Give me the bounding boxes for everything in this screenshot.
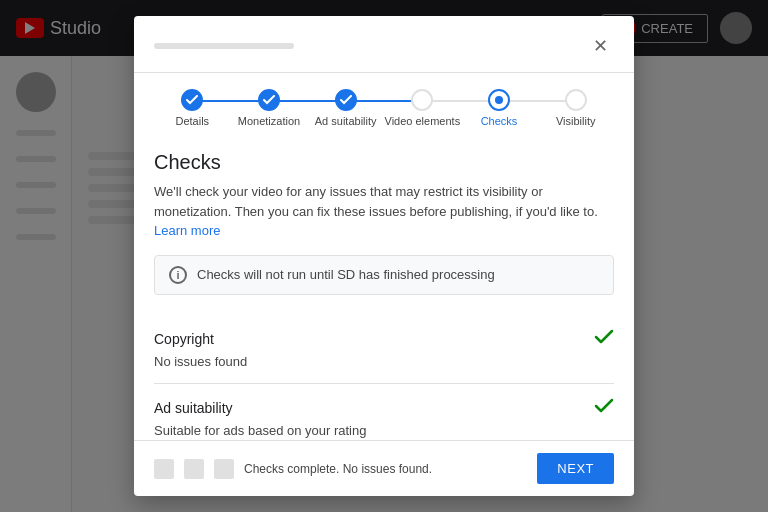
steps-bar: Details Monetization Ad suitability Vide…	[134, 73, 634, 135]
section-title: Checks	[154, 151, 614, 174]
footer-icon-2	[184, 459, 204, 479]
footer-left: Checks complete. No issues found.	[154, 459, 432, 479]
close-button[interactable]: ✕	[586, 32, 614, 60]
step-ad-suitability: Ad suitability	[307, 89, 384, 127]
step-visibility: Visibility	[537, 89, 614, 127]
step-label-details: Details	[176, 115, 210, 127]
upload-modal: ✕ Details Monetization	[134, 16, 634, 496]
info-box: i Checks will not run until SD has finis…	[154, 255, 614, 295]
step-circle-details	[181, 89, 203, 111]
modal-title-bar	[154, 43, 294, 49]
check-item-ad-header: Ad suitability	[154, 398, 614, 419]
modal-header: ✕	[134, 16, 634, 73]
next-button[interactable]: NEXT	[537, 453, 614, 484]
step-details: Details	[154, 89, 231, 127]
footer-icon-3	[214, 459, 234, 479]
modal-body: Checks We'll check your video for any is…	[134, 135, 634, 440]
step-label-ad-suitability: Ad suitability	[315, 115, 377, 127]
step-circle-monetization	[258, 89, 280, 111]
step-circle-video-elements	[411, 89, 433, 111]
section-description: We'll check your video for any issues th…	[154, 182, 614, 241]
step-circle-visibility	[565, 89, 587, 111]
check-mark-copyright	[594, 329, 614, 350]
modal-footer: Checks complete. No issues found. NEXT	[134, 440, 634, 496]
step-label-monetization: Monetization	[238, 115, 300, 127]
check-status-copyright: No issues found	[154, 354, 614, 369]
check-item-copyright-header: Copyright	[154, 329, 614, 350]
step-label-video-elements: Video elements	[385, 115, 461, 127]
step-video-elements: Video elements	[384, 89, 461, 127]
check-item-copyright: Copyright No issues found	[154, 315, 614, 384]
check-title-copyright: Copyright	[154, 331, 214, 347]
step-label-visibility: Visibility	[556, 115, 596, 127]
checks-section: Copyright No issues found Ad suitability	[154, 315, 614, 441]
info-message: Checks will not run until SD has finishe…	[197, 267, 495, 282]
step-monetization: Monetization	[231, 89, 308, 127]
check-item-ad-suitability: Ad suitability Suitable for ads based on…	[154, 384, 614, 441]
check-status-ad-suitability: Suitable for ads based on your rating	[154, 423, 614, 438]
info-icon: i	[169, 266, 187, 284]
footer-status-text: Checks complete. No issues found.	[244, 462, 432, 476]
step-circle-ad-suitability	[335, 89, 357, 111]
step-label-checks: Checks	[481, 115, 518, 127]
footer-icon-1	[154, 459, 174, 479]
check-mark-ad-suitability	[594, 398, 614, 419]
step-circle-checks	[488, 89, 510, 111]
learn-more-link-top[interactable]: Learn more	[154, 223, 220, 238]
step-checks: Checks	[461, 89, 538, 127]
check-title-ad-suitability: Ad suitability	[154, 400, 233, 416]
modal-overlay: ✕ Details Monetization	[0, 0, 768, 512]
